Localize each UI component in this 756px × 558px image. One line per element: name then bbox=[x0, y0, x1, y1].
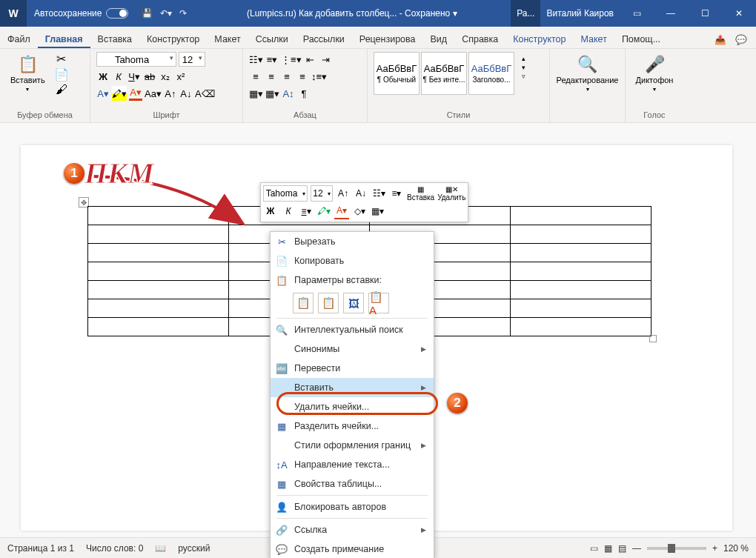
zoom-level[interactable]: 120 % bbox=[723, 543, 749, 554]
ctx-synonyms[interactable]: Синонимы▶ bbox=[271, 339, 434, 359]
show-marks-button[interactable]: ¶ bbox=[297, 86, 311, 101]
paste-text-only[interactable]: 📋A bbox=[368, 293, 389, 313]
change-case-button[interactable]: Aa▾ bbox=[145, 86, 162, 101]
paste-merge-table[interactable]: 📋 bbox=[318, 293, 339, 313]
ctx-table-properties[interactable]: ▦Свойства таблицы... bbox=[271, 474, 434, 494]
decrease-indent-button[interactable]: ⇤ bbox=[304, 52, 317, 67]
shading-button[interactable]: ▦▾ bbox=[249, 86, 263, 101]
ribbon-options-icon[interactable]: ▭ bbox=[620, 0, 654, 27]
paste-picture[interactable]: 🖼 bbox=[343, 293, 364, 313]
ctx-split-cells[interactable]: ▦Разделить ячейки... bbox=[271, 416, 434, 436]
status-proofing-icon[interactable]: 📖 bbox=[155, 543, 166, 554]
text-effects-button[interactable]: A▾ bbox=[96, 86, 110, 101]
line-spacing-button[interactable]: ↕≡▾ bbox=[311, 69, 327, 84]
styles-up-icon[interactable]: ▴ bbox=[522, 55, 525, 62]
align-center-button[interactable]: ≡ bbox=[265, 69, 278, 84]
highlight-button[interactable]: 🖍▾ bbox=[112, 86, 127, 101]
mt-shading[interactable]: ◇▾ bbox=[352, 203, 367, 219]
italic-button[interactable]: К bbox=[112, 69, 125, 84]
mt-grow-font[interactable]: A↑ bbox=[336, 185, 351, 202]
mt-delete-button[interactable]: ▦✕Удалить bbox=[437, 185, 465, 202]
format-painter-icon[interactable]: 🖌 bbox=[56, 83, 67, 96]
comments-button[interactable]: 💬 bbox=[732, 30, 750, 48]
tab-table-design[interactable]: Конструктор bbox=[505, 30, 573, 48]
view-web-icon[interactable]: ▤ bbox=[618, 543, 626, 554]
mt-font-color[interactable]: A▾ bbox=[334, 203, 349, 219]
increase-indent-button[interactable]: ⇥ bbox=[319, 52, 333, 67]
styles-down-icon[interactable]: ▾ bbox=[522, 64, 525, 71]
mt-bold[interactable]: Ж bbox=[263, 203, 278, 219]
view-read-icon[interactable]: ▭ bbox=[590, 543, 598, 554]
ctx-translate[interactable]: 🔤Перевести bbox=[271, 359, 434, 378]
mt-size-combo[interactable]: 12 bbox=[311, 185, 333, 202]
style-normal[interactable]: АаБбВвГ¶ Обычный bbox=[374, 52, 420, 95]
superscript-button[interactable]: x² bbox=[174, 69, 188, 84]
mt-bullets[interactable]: ☷▾ bbox=[371, 185, 386, 202]
clear-format-button[interactable]: A⌫ bbox=[195, 86, 215, 101]
share-button[interactable]: 📤 bbox=[712, 30, 729, 48]
sort-button[interactable]: A↕ bbox=[282, 86, 295, 101]
align-right-button[interactable]: ≡ bbox=[280, 69, 294, 84]
table-resize-handle[interactable] bbox=[649, 335, 657, 342]
tab-insert[interactable]: Вставка bbox=[90, 30, 139, 48]
ctx-border-styles[interactable]: Стили оформления границ▶ bbox=[271, 436, 434, 455]
numbering-button[interactable]: ≡▾ bbox=[265, 52, 279, 67]
view-print-icon[interactable]: ▦ bbox=[604, 543, 612, 554]
mt-highlight[interactable]: 🖍▾ bbox=[316, 203, 331, 219]
font-name-combo[interactable]: Tahoma bbox=[96, 52, 176, 67]
ctx-insert[interactable]: Вставить▶ bbox=[271, 378, 434, 397]
mt-font-combo[interactable]: Tahoma bbox=[263, 185, 308, 202]
copy-icon[interactable]: 📄 bbox=[54, 67, 69, 82]
tab-table-layout[interactable]: Макет bbox=[573, 30, 614, 48]
bold-button[interactable]: Ж bbox=[96, 69, 110, 84]
tab-design[interactable]: Конструктор bbox=[139, 30, 207, 48]
ctx-delete-cells[interactable]: Удалить ячейки... bbox=[271, 397, 434, 416]
ctx-text-direction[interactable]: ↕AНаправление текста... bbox=[271, 455, 434, 474]
status-page[interactable]: Страница 1 из 1 bbox=[7, 543, 74, 554]
ctx-link[interactable]: 🔗Ссылка▶ bbox=[271, 520, 434, 539]
ctx-copy[interactable]: 📄Копировать bbox=[271, 251, 434, 270]
tab-file[interactable]: Файл bbox=[0, 30, 38, 48]
grow-font-button[interactable]: A↑ bbox=[164, 86, 177, 101]
close-button[interactable]: ✕ bbox=[722, 0, 756, 27]
maximize-button[interactable]: ☐ bbox=[688, 0, 722, 27]
mt-shrink-font[interactable]: A↓ bbox=[354, 185, 368, 202]
user-name[interactable]: Виталий Каиров bbox=[540, 0, 620, 27]
font-color-button[interactable]: A▾ bbox=[129, 86, 142, 101]
zoom-slider[interactable] bbox=[647, 547, 706, 550]
qat-undo-icon[interactable]: ↶▾ bbox=[160, 8, 172, 19]
style-no-spacing[interactable]: АаБбВвГ¶ Без инте... bbox=[421, 52, 467, 95]
status-words[interactable]: Число слов: 0 bbox=[86, 543, 143, 554]
tab-help[interactable]: Справка bbox=[454, 30, 505, 48]
zoom-out-button[interactable]: — bbox=[632, 543, 641, 554]
underline-button[interactable]: Ч▾ bbox=[127, 69, 141, 84]
status-language[interactable]: русский bbox=[178, 543, 210, 554]
editing-button[interactable]: 🔍 Редактирование ▾ bbox=[552, 52, 623, 96]
qat-redo-icon[interactable]: ↷ bbox=[179, 8, 187, 19]
justify-button[interactable]: ≡ bbox=[296, 69, 309, 84]
tab-view[interactable]: Вид bbox=[423, 30, 455, 48]
ctx-smart-lookup[interactable]: 🔍Интеллектуальный поиск bbox=[271, 320, 434, 339]
tab-home[interactable]: Главная bbox=[38, 30, 90, 48]
mt-underline[interactable]: ≡▾ bbox=[299, 203, 314, 219]
paste-nest-table[interactable]: 📋 bbox=[293, 293, 314, 313]
shrink-font-button[interactable]: A↓ bbox=[179, 86, 193, 101]
ctx-new-comment[interactable]: 💬Создать примечание bbox=[271, 539, 434, 558]
mt-insert-button[interactable]: ▦Вставка bbox=[407, 185, 434, 202]
ctx-cut[interactable]: ✂Вырезать bbox=[271, 232, 434, 251]
minimize-button[interactable]: — bbox=[654, 0, 688, 27]
font-size-combo[interactable]: 12 bbox=[179, 52, 205, 67]
autosave-toggle[interactable] bbox=[106, 8, 128, 19]
cut-icon[interactable]: ✂ bbox=[56, 52, 66, 66]
subscript-button[interactable]: x₂ bbox=[159, 69, 172, 84]
dictate-button[interactable]: 🎤 Диктофон ▾ bbox=[631, 52, 678, 96]
ctx-block-authors[interactable]: 👤Блокировать авторов bbox=[271, 497, 434, 517]
multilevel-button[interactable]: ⋮≡▾ bbox=[281, 52, 302, 67]
align-left-button[interactable]: ≡ bbox=[249, 69, 262, 84]
mt-italic[interactable]: К bbox=[281, 203, 296, 219]
qat-save-icon[interactable]: 💾 bbox=[142, 8, 153, 19]
tab-review[interactable]: Рецензирова bbox=[352, 30, 423, 48]
mt-borders[interactable]: ▦▾ bbox=[370, 203, 385, 219]
paste-button[interactable]: 📋 Вставить ▾ bbox=[6, 52, 50, 96]
borders-button[interactable]: ▦▾ bbox=[265, 86, 279, 101]
